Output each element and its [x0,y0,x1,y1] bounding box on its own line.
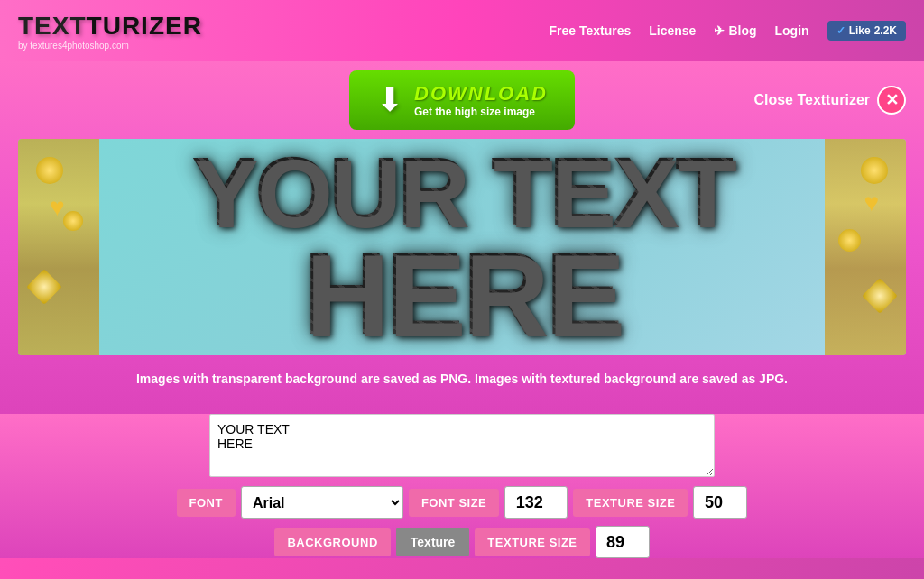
logo-text-bold: TURIZER [87,12,202,40]
heart-decoration: ♥ [864,188,879,217]
download-icon: ⬇ [376,81,403,119]
background-label: BACKGROUND [274,528,390,556]
header: TEXTTURIZER by textures4photoshop.com Fr… [0,0,924,61]
nav-free-textures[interactable]: Free Textures [549,23,631,38]
texture-button[interactable]: Texture [396,528,470,556]
nav-links: Free Textures License ✈ Blog Login ✓ Lik… [549,21,906,41]
info-text: Images with transparent background are s… [18,364,906,393]
font-select[interactable]: Arial Times New Roman Courier New Georgi… [241,486,403,519]
logo-subtitle: by textures4photoshop.com [18,41,202,51]
close-button[interactable]: Close Textturizer ✕ [753,86,906,115]
gem-decoration [861,157,888,184]
download-subtitle: Get the high size image [414,106,535,118]
gem-decoration [63,211,83,231]
font-size-label: FONT SIZE [409,489,499,517]
text-textarea[interactable]: YOUR TEXT HERE [209,414,715,477]
like-button[interactable]: ✓ Like 2.2K [827,21,906,41]
preview-line1: YOUR TEXT [191,145,733,238]
close-icon: ✕ [877,86,906,115]
checkmark-icon: ✓ [836,24,845,37]
like-label: Like [849,24,871,37]
preview-text-container: YOUR TEXT HERE [191,145,733,349]
nav-login[interactable]: Login [775,23,809,38]
settings-row-1: FONT Arial Times New Roman Courier New G… [54,486,870,519]
like-count: 2.2K [874,24,897,37]
close-label: Close Textturizer [753,92,870,108]
nav-blog[interactable]: ✈ Blog [714,23,756,38]
settings-row-2: BACKGROUND Texture TEXTURE SIZE [54,526,870,558]
logo: TEXTTURIZER [18,12,202,41]
texture-size-input-2[interactable] [596,526,650,558]
font-size-spinner [504,486,568,519]
texture-size-label-2: TEXTURE SIZE [475,528,589,556]
preview-line2: HERE [302,238,621,350]
texture-size-input-1[interactable] [693,486,747,519]
font-size-input[interactable] [504,486,568,519]
text-input-row: YOUR TEXT HERE [54,414,870,477]
gem-decoration [36,157,63,184]
main-area: ⬇ DOWNLOAD Get the high size image Close… [0,61,924,414]
download-title: DOWNLOAD [414,82,548,106]
logo-area: TEXTTURIZER by textures4photoshop.com [18,12,202,51]
preview-area: ♥ ♥ YOUR TEXT HERE [18,139,906,355]
nav-license[interactable]: License [649,23,696,38]
action-row: ⬇ DOWNLOAD Get the high size image Close… [18,70,906,130]
logo-text-normal: TEXT [18,12,87,40]
heart-decoration: ♥ [50,193,65,222]
download-button[interactable]: ⬇ DOWNLOAD Get the high size image [349,70,575,130]
font-label: FONT [177,489,236,517]
send-icon: ✈ [714,23,725,38]
gem-decoration [838,229,861,252]
controls-area: YOUR TEXT HERE FONT Arial Times New Roma… [0,414,924,558]
texture-size-label-1: TEXTURE SIZE [573,489,688,517]
